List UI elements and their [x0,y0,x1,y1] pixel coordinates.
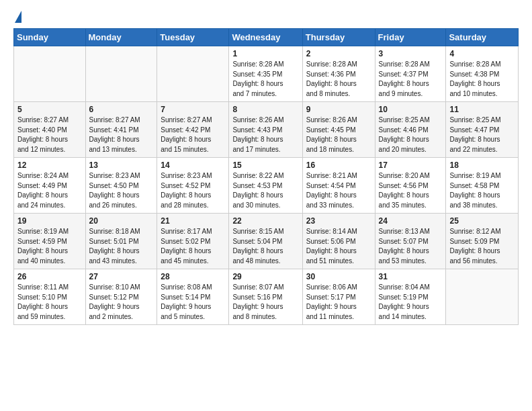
day-number: 5 [17,105,82,114]
day-info: Sunrise: 8:20 AM Sunset: 4:56 PM Dayligh… [379,171,443,210]
calendar-cell: 13Sunrise: 8:23 AM Sunset: 4:50 PM Dayli… [85,158,157,214]
day-info: Sunrise: 8:08 AM Sunset: 5:14 PM Dayligh… [161,283,225,322]
logo-triangle-icon [15,11,21,23]
day-info: Sunrise: 8:28 AM Sunset: 4:35 PM Dayligh… [232,60,298,99]
day-number: 17 [379,161,443,170]
calendar-week-row: 1Sunrise: 8:28 AM Sunset: 4:35 PM Daylig… [14,46,519,102]
day-number: 16 [306,161,371,170]
day-number: 2 [306,49,371,58]
day-number: 29 [232,272,298,281]
calendar-cell: 14Sunrise: 8:23 AM Sunset: 4:52 PM Dayli… [157,158,229,214]
day-info: Sunrise: 8:13 AM Sunset: 5:07 PM Dayligh… [379,227,443,266]
calendar-cell: 31Sunrise: 8:04 AM Sunset: 5:19 PM Dayli… [375,269,446,325]
calendar-cell: 18Sunrise: 8:19 AM Sunset: 4:58 PM Dayli… [446,158,519,214]
calendar-cell [157,46,229,102]
header [13,11,519,23]
day-number: 22 [232,216,298,226]
day-info: Sunrise: 8:17 AM Sunset: 5:02 PM Dayligh… [161,227,225,266]
day-number: 14 [161,161,225,170]
day-number: 27 [89,272,154,281]
calendar-cell: 22Sunrise: 8:15 AM Sunset: 5:04 PM Dayli… [229,214,302,269]
calendar-cell: 26Sunrise: 8:11 AM Sunset: 5:10 PM Dayli… [14,269,86,325]
calendar-cell: 28Sunrise: 8:08 AM Sunset: 5:14 PM Dayli… [157,269,229,325]
day-number: 20 [89,216,154,226]
day-info: Sunrise: 8:06 AM Sunset: 5:17 PM Dayligh… [306,283,371,322]
calendar-cell: 11Sunrise: 8:25 AM Sunset: 4:47 PM Dayli… [446,102,519,158]
day-number: 23 [306,216,371,226]
weekday-header-monday: Monday [85,29,157,46]
calendar-week-row: 5Sunrise: 8:27 AM Sunset: 4:40 PM Daylig… [14,102,519,158]
day-number: 7 [161,105,225,114]
day-info: Sunrise: 8:25 AM Sunset: 4:47 PM Dayligh… [449,116,515,154]
day-info: Sunrise: 8:12 AM Sunset: 5:09 PM Dayligh… [449,227,515,266]
day-number: 4 [449,49,515,58]
page: SundayMondayTuesdayWednesdayThursdayFrid… [0,0,532,411]
calendar-cell: 20Sunrise: 8:18 AM Sunset: 5:01 PM Dayli… [85,214,157,269]
day-info: Sunrise: 8:28 AM Sunset: 4:38 PM Dayligh… [449,60,515,99]
day-info: Sunrise: 8:26 AM Sunset: 4:45 PM Dayligh… [306,116,371,154]
calendar-cell [85,46,157,102]
calendar-cell: 5Sunrise: 8:27 AM Sunset: 4:40 PM Daylig… [14,102,86,158]
calendar-cell: 16Sunrise: 8:21 AM Sunset: 4:54 PM Dayli… [302,158,375,214]
day-number: 31 [379,272,443,281]
weekday-header-saturday: Saturday [446,29,519,46]
calendar-cell: 6Sunrise: 8:27 AM Sunset: 4:41 PM Daylig… [85,102,157,158]
day-number: 1 [232,49,298,58]
day-info: Sunrise: 8:27 AM Sunset: 4:40 PM Dayligh… [17,116,82,154]
day-number: 3 [379,49,443,58]
day-info: Sunrise: 8:18 AM Sunset: 5:01 PM Dayligh… [89,227,154,266]
calendar-table: SundayMondayTuesdayWednesdayThursdayFrid… [13,28,519,325]
day-info: Sunrise: 8:19 AM Sunset: 4:58 PM Dayligh… [449,171,515,210]
calendar-cell: 27Sunrise: 8:10 AM Sunset: 5:12 PM Dayli… [85,269,157,325]
day-number: 11 [449,105,515,114]
calendar-cell: 4Sunrise: 8:28 AM Sunset: 4:38 PM Daylig… [446,46,519,102]
weekday-header-row: SundayMondayTuesdayWednesdayThursdayFrid… [14,29,519,46]
day-info: Sunrise: 8:22 AM Sunset: 4:53 PM Dayligh… [232,171,298,210]
weekday-header-thursday: Thursday [302,29,375,46]
day-info: Sunrise: 8:23 AM Sunset: 4:50 PM Dayligh… [89,171,154,210]
calendar-week-row: 12Sunrise: 8:24 AM Sunset: 4:49 PM Dayli… [14,158,519,214]
calendar-week-row: 19Sunrise: 8:19 AM Sunset: 4:59 PM Dayli… [14,214,519,269]
day-info: Sunrise: 8:11 AM Sunset: 5:10 PM Dayligh… [17,283,82,322]
day-number: 12 [17,161,82,170]
day-info: Sunrise: 8:07 AM Sunset: 5:16 PM Dayligh… [232,283,298,322]
day-info: Sunrise: 8:27 AM Sunset: 4:42 PM Dayligh… [161,116,225,154]
calendar-cell: 19Sunrise: 8:19 AM Sunset: 4:59 PM Dayli… [14,214,86,269]
day-info: Sunrise: 8:28 AM Sunset: 4:37 PM Dayligh… [379,60,443,99]
day-info: Sunrise: 8:19 AM Sunset: 4:59 PM Dayligh… [17,227,82,266]
weekday-header-friday: Friday [375,29,446,46]
calendar-cell: 24Sunrise: 8:13 AM Sunset: 5:07 PM Dayli… [375,214,446,269]
day-info: Sunrise: 8:28 AM Sunset: 4:36 PM Dayligh… [306,60,371,99]
calendar-cell: 1Sunrise: 8:28 AM Sunset: 4:35 PM Daylig… [229,46,302,102]
weekday-header-wednesday: Wednesday [229,29,302,46]
day-number: 10 [379,105,443,114]
calendar-cell: 8Sunrise: 8:26 AM Sunset: 4:43 PM Daylig… [229,102,302,158]
calendar-cell [446,269,519,325]
day-number: 30 [306,272,371,281]
day-info: Sunrise: 8:04 AM Sunset: 5:19 PM Dayligh… [379,283,443,322]
day-number: 8 [232,105,298,114]
calendar-week-row: 26Sunrise: 8:11 AM Sunset: 5:10 PM Dayli… [14,269,519,325]
calendar-cell: 2Sunrise: 8:28 AM Sunset: 4:36 PM Daylig… [302,46,375,102]
calendar-cell: 17Sunrise: 8:20 AM Sunset: 4:56 PM Dayli… [375,158,446,214]
calendar-cell: 9Sunrise: 8:26 AM Sunset: 4:45 PM Daylig… [302,102,375,158]
day-info: Sunrise: 8:15 AM Sunset: 5:04 PM Dayligh… [232,227,298,266]
weekday-header-tuesday: Tuesday [157,29,229,46]
day-info: Sunrise: 8:27 AM Sunset: 4:41 PM Dayligh… [89,116,154,154]
calendar-cell: 7Sunrise: 8:27 AM Sunset: 4:42 PM Daylig… [157,102,229,158]
day-number: 21 [161,216,225,226]
day-number: 19 [17,216,82,226]
day-number: 18 [449,161,515,170]
calendar-cell: 12Sunrise: 8:24 AM Sunset: 4:49 PM Dayli… [14,158,86,214]
day-info: Sunrise: 8:23 AM Sunset: 4:52 PM Dayligh… [161,171,225,210]
day-info: Sunrise: 8:24 AM Sunset: 4:49 PM Dayligh… [17,171,82,210]
calendar-cell: 23Sunrise: 8:14 AM Sunset: 5:06 PM Dayli… [302,214,375,269]
calendar-cell: 25Sunrise: 8:12 AM Sunset: 5:09 PM Dayli… [446,214,519,269]
calendar-cell: 3Sunrise: 8:28 AM Sunset: 4:37 PM Daylig… [375,46,446,102]
day-number: 9 [306,105,371,114]
calendar-cell: 30Sunrise: 8:06 AM Sunset: 5:17 PM Dayli… [302,269,375,325]
calendar-cell [14,46,86,102]
day-number: 25 [449,216,515,226]
day-info: Sunrise: 8:25 AM Sunset: 4:46 PM Dayligh… [379,116,443,154]
day-number: 24 [379,216,443,226]
